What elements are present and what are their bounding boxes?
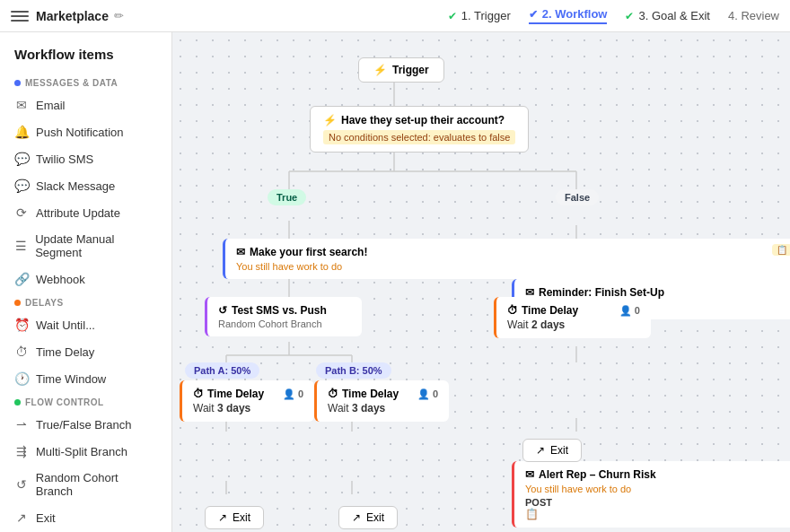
check-icon-goal: ✔ [625, 10, 634, 22]
time-delay-right-title: ⏱Time Delay 👤 0 [507, 304, 640, 317]
sidebar-item-time-window[interactable]: 🕐 Time Window [0, 365, 171, 392]
sidebar-item-push[interactable]: 🔔 Push Notification [0, 118, 171, 145]
path-b-label: Path B: 50% [316, 362, 391, 379]
step-review[interactable]: 4. Review [728, 9, 779, 22]
exit-right-label: Exit [550, 444, 568, 457]
trigger-label: Trigger [392, 64, 429, 76]
step-workflow-label: 2. Workflow [542, 7, 608, 21]
step-goal-label: 3. Goal & Exit [638, 9, 709, 22]
make-search-sub: You still have work to do [236, 261, 786, 272]
exit-icon: ↗ [14, 510, 29, 525]
condition-node[interactable]: ⚡ Have they set-up their account? No con… [310, 106, 529, 153]
alert-node[interactable]: ✉ Alert Rep – Churn Risk You still have … [512, 461, 790, 528]
time-delay-right-node[interactable]: ⏱Time Delay 👤 0 Wait 2 days [494, 297, 651, 338]
test-sms-sub: Random Cohort Branch [218, 318, 351, 329]
alert-sub: You still have work to do [525, 484, 790, 494]
random-cohort-icon: ↺ [14, 477, 29, 492]
sidebar-item-time-delay[interactable]: ⏱ Time Delay [0, 338, 171, 365]
time-delay-icon: ⏱ [14, 344, 29, 359]
sidebar-item-slack[interactable]: 💬 Slack Message [0, 172, 171, 199]
segment-icon: ☰ [14, 239, 28, 253]
slack-icon: 💬 [14, 179, 29, 193]
alert-badge: 📋 [525, 508, 790, 520]
user-count-r: 👤 0 [619, 305, 640, 317]
exit-b-node[interactable]: ↗ Exit [338, 506, 398, 529]
email-icon-node: ✉ [236, 246, 245, 258]
top-nav: Marketplace ✏ ✔ 1. Trigger ✔ 2. Workflow… [0, 0, 790, 32]
step-review-label: 4. Review [728, 9, 779, 22]
sidebar-item-wait[interactable]: ⏰ Wait Until... [0, 311, 171, 338]
delay-b-node[interactable]: ⏱Time Delay 👤 0 Wait 3 days [314, 380, 449, 422]
sidebar-item-twilio[interactable]: 💬 Twilio SMS [0, 145, 171, 172]
wait-icon: ⏰ [14, 318, 29, 332]
exit-right-icon: ↗ [536, 444, 545, 457]
step-goal[interactable]: ✔ 3. Goal & Exit [625, 9, 709, 22]
email-icon: ✉ [14, 98, 29, 112]
sidebar-title: Workflow items [0, 43, 171, 73]
false-branch-label: False [556, 189, 599, 205]
section-delays: Delays [0, 292, 171, 311]
sidebar-item-true-false[interactable]: ⇀ True/False Branch [0, 411, 171, 438]
step-trigger[interactable]: ✔ 1. Trigger [448, 9, 511, 22]
delay-b-icon: ⏱ [328, 388, 338, 400]
dot-flow [14, 399, 21, 406]
bolt-icon: ⚡ [373, 64, 387, 76]
workflow-steps: ✔ 1. Trigger ✔ 2. Workflow ✔ 3. Goal & E… [448, 7, 779, 24]
delay-a-title: ⏱Time Delay 👤 0 [193, 388, 303, 400]
attribute-icon: ⟳ [14, 205, 29, 220]
user-count-a: 👤 0 [283, 388, 303, 400]
sidebar-item-random-cohort[interactable]: ↺ Random Cohort Branch [0, 465, 171, 504]
delay-b-sub: Wait 3 days [328, 402, 438, 414]
exit-b-label: Exit [366, 511, 384, 524]
step-workflow[interactable]: ✔ 2. Workflow [529, 7, 608, 24]
condition-sub: No conditions selected: evaluates to fal… [323, 130, 515, 144]
multi-split-icon: ⇶ [14, 444, 29, 458]
test-sms-node[interactable]: ↺ Test SMS vs. Push Random Cohort Branch [205, 297, 362, 336]
sidebar-item-webhook[interactable]: 🔗 Webhook [0, 266, 171, 292]
step-trigger-label: 1. Trigger [461, 9, 511, 22]
dot-messages [14, 80, 21, 86]
test-sms-title: ↺ Test SMS vs. Push [218, 304, 351, 317]
condition-header: ⚡ Have they set-up their account? [323, 114, 515, 126]
section-messages: Messages & Data [0, 73, 171, 92]
delay-b-title: ⏱Time Delay 👤 0 [328, 388, 438, 400]
alert-title: ✉ Alert Rep – Churn Risk [525, 468, 790, 481]
check-icon-workflow: ✔ [529, 8, 538, 21]
exit-right-node[interactable]: ↗ Exit [522, 439, 582, 462]
make-search-title: ✉ Make your first search! [236, 246, 786, 258]
make-search-badge: 📋 [772, 244, 790, 256]
sidebar: Workflow items Messages & Data ✉ Email 🔔… [0, 32, 172, 532]
exit-b-icon: ↗ [352, 511, 361, 524]
exit-a-icon: ↗ [218, 511, 227, 524]
push-icon: 🔔 [14, 125, 29, 139]
sidebar-item-email[interactable]: ✉ Email [0, 92, 171, 118]
exit-a-label: Exit [233, 511, 250, 524]
section-flow: Flow Control [0, 392, 171, 411]
alert-icon: ✉ [525, 468, 534, 481]
twilio-icon: 💬 [14, 152, 29, 166]
delay-a-sub: Wait 3 days [193, 402, 303, 414]
time-delay-right-sub: Wait 2 days [507, 318, 640, 331]
edit-icon[interactable]: ✏ [114, 9, 124, 22]
workflow-canvas[interactable]: ⚡ Trigger ⚡ Have they set-up their accou… [172, 32, 790, 532]
true-false-icon: ⇀ [14, 417, 29, 432]
trigger-node[interactable]: ⚡ Trigger [358, 57, 444, 83]
brand-name: Marketplace [36, 9, 109, 23]
check-icon: ✔ [448, 10, 457, 22]
time-window-icon: 🕐 [14, 371, 29, 386]
delay-a-node[interactable]: ⏱Time Delay 👤 0 Wait 3 days [180, 380, 314, 422]
true-branch-label: True [268, 189, 306, 205]
condition-title: Have they set-up their account? [341, 114, 505, 126]
sidebar-item-segment[interactable]: ☰ Update Manual Segment [0, 226, 171, 266]
condition-icon: ⚡ [323, 114, 337, 126]
sidebar-item-exit[interactable]: ↗ Exit [0, 504, 171, 531]
path-a-label: Path A: 50% [185, 362, 259, 379]
make-search-node[interactable]: ✉ Make your first search! You still have… [223, 239, 790, 279]
dot-delays [14, 300, 21, 306]
sidebar-item-multi-split[interactable]: ⇶ Multi-Split Branch [0, 438, 171, 465]
sidebar-item-attribute[interactable]: ⟳ Attribute Update [0, 199, 171, 226]
exit-a-node[interactable]: ↗ Exit [205, 506, 264, 529]
main-layout: Workflow items Messages & Data ✉ Email 🔔… [0, 32, 790, 532]
hamburger-menu[interactable] [11, 7, 29, 25]
delay-a-icon: ⏱ [193, 388, 204, 400]
